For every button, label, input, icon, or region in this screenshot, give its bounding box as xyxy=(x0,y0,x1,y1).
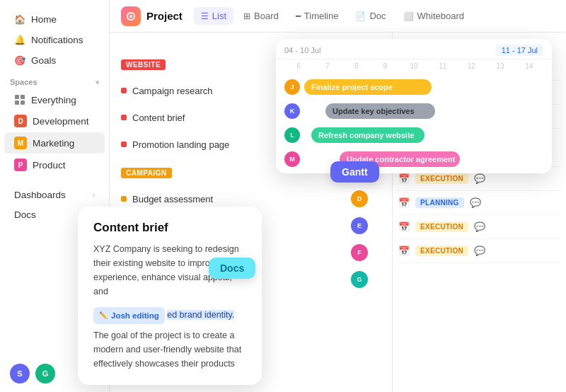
list-icon: ☰ xyxy=(201,11,209,21)
gantt-bar-row-3: L Refresh company website xyxy=(284,125,543,145)
sidebar-label-home: Home xyxy=(31,14,57,25)
svg-rect-3 xyxy=(21,100,25,105)
docs-card: Content brief XYZ Company is seeking to … xyxy=(78,207,262,385)
sidebar-label-product: Product xyxy=(33,160,66,171)
gantt-bar-row-4: M Update contractor agreement xyxy=(284,149,543,169)
gantt-avatar-2: K xyxy=(284,103,300,119)
sidebar-label-development: Development xyxy=(33,116,89,127)
home-icon: 🏠 xyxy=(14,13,25,25)
gantt-avatar-4: M xyxy=(284,151,300,167)
svg-rect-2 xyxy=(15,100,19,105)
row-comment-icon-3: 💬 xyxy=(474,221,485,232)
gantt-right-row-exec-3: 📅 EXECUTION 💬 xyxy=(398,239,560,263)
gantt-bar-row-2: K Update key objectives xyxy=(284,101,543,121)
row-calendar-icon-4: 📅 xyxy=(398,246,410,256)
row-calendar-icon-3: 📅 xyxy=(398,221,410,232)
sidebar-item-everything[interactable]: Everything xyxy=(4,90,105,110)
website-badge: WEBSITE xyxy=(121,59,166,70)
sidebar-item-notifications[interactable]: 🔔 Notifications xyxy=(4,30,105,50)
tab-label-whiteboard: Whiteboard xyxy=(417,11,464,21)
user-avatar-g[interactable]: G xyxy=(35,364,55,384)
svg-rect-1 xyxy=(21,95,25,99)
user-avatar-s[interactable]: S xyxy=(10,364,30,384)
sidebar-label-notifications: Notifications xyxy=(31,35,83,45)
project-title: Project xyxy=(146,10,183,22)
gantt-bar-label-3: Refresh company website xyxy=(311,127,424,143)
top-navigation: Project ☰ List ⊞ Board ━ Timeline 📄 Doc … xyxy=(110,0,566,33)
dashboards-chevron: › xyxy=(93,191,95,199)
campaign-badge: CAMPAIGN xyxy=(121,168,172,178)
sidebar-item-marketing[interactable]: M Marketing xyxy=(4,132,105,154)
gantt-label-text: Gantt xyxy=(342,166,368,178)
timeline-icon: ━ xyxy=(296,11,301,21)
task-dot-red-2 xyxy=(121,115,127,120)
gantt-card: 04 - 10 Jul 11 - 17 Jul 6 7 8 9 10 11 12… xyxy=(276,39,552,173)
docs-floating-label: Docs xyxy=(209,258,255,279)
gantt-avatar-3: L xyxy=(284,127,300,143)
avatar-e: E xyxy=(351,217,368,234)
docs-body-text-2: ed brand identity. xyxy=(167,310,234,320)
sidebar-label-docs: Docs xyxy=(14,209,36,220)
tab-whiteboard[interactable]: ⬜ Whiteboard xyxy=(396,7,471,25)
row-comment-icon-2: 💬 xyxy=(470,197,481,208)
editing-badge: ✏️ Josh editing xyxy=(93,307,165,324)
sidebar-label-everything: Everything xyxy=(31,95,76,105)
gantt-right-row-exec-2: 📅 EXECUTION 💬 xyxy=(398,215,560,239)
assignee-budget: D xyxy=(338,190,381,207)
tab-label-board: Board xyxy=(254,11,279,21)
col-12: 12 xyxy=(457,62,486,70)
sidebar-label-dashboards: Dashboards xyxy=(14,190,66,200)
task-dot-red-3 xyxy=(121,142,127,147)
status-execution-2: EXECUTION xyxy=(415,221,468,232)
tab-timeline[interactable]: ━ Timeline xyxy=(289,7,346,25)
sidebar-item-goals[interactable]: 🎯 Goals xyxy=(4,50,105,70)
sidebar-label-goals: Goals xyxy=(31,55,56,66)
docs-label-text: Docs xyxy=(220,263,244,274)
editing-label: Josh editing xyxy=(111,309,159,322)
sidebar-item-product[interactable]: P Product xyxy=(4,154,105,175)
gantt-bars-container: J Finalize project scope K Update key ob… xyxy=(276,73,552,173)
whiteboard-icon: ⬜ xyxy=(403,11,414,21)
sidebar-item-dashboards[interactable]: Dashboards › xyxy=(4,185,105,204)
row-comment-icon-4: 💬 xyxy=(474,246,485,256)
gantt-bar-label-2: Update key objectives xyxy=(325,103,435,119)
gantt-avatar-1: J xyxy=(284,79,300,95)
gantt-bar-label-1: Finalize project scope xyxy=(304,79,432,95)
goals-icon: 🎯 xyxy=(14,54,25,66)
sidebar-label-marketing: Marketing xyxy=(33,138,74,149)
doc-icon: 📄 xyxy=(355,11,366,21)
task-dot-yellow-1 xyxy=(121,196,127,202)
spaces-title: Spaces xyxy=(10,78,37,86)
avatar-f: F xyxy=(351,244,368,261)
product-dot: P xyxy=(14,158,27,171)
sidebar-item-development[interactable]: D Development xyxy=(4,110,105,132)
task-dot-red xyxy=(121,88,127,93)
tab-board[interactable]: ⊞ Board xyxy=(236,7,286,25)
status-planning-1: PLANNING xyxy=(415,197,464,208)
col-8: 8 xyxy=(342,62,371,70)
tab-label-timeline: Timeline xyxy=(304,11,339,21)
svg-rect-0 xyxy=(15,95,19,99)
col-11: 11 xyxy=(428,62,457,70)
tab-list[interactable]: ☰ List xyxy=(194,7,233,25)
docs-editing-row: ✏️ Josh editing ed brand identity. xyxy=(93,303,246,325)
docs-body-text-3: The goal of the project is to create a m… xyxy=(93,330,241,369)
status-execution-1: EXECUTION xyxy=(415,173,468,184)
marketing-dot: M xyxy=(14,137,27,149)
tab-doc[interactable]: 📄 Doc xyxy=(348,7,393,25)
row-calendar-icon-1: 📅 xyxy=(398,173,410,184)
svg-point-5 xyxy=(129,15,132,18)
row-comment-icon-1: 💬 xyxy=(474,173,485,184)
col-9: 9 xyxy=(371,62,400,70)
docs-body-block-3: The goal of the project is to create a m… xyxy=(93,328,246,371)
docs-card-title: Content brief xyxy=(93,221,246,235)
row-calendar-icon-2: 📅 xyxy=(398,197,410,208)
pencil-icon: ✏️ xyxy=(99,310,108,321)
project-icon xyxy=(121,6,141,26)
board-icon: ⊞ xyxy=(243,11,250,21)
gantt-date-range-1: 04 - 10 Jul xyxy=(284,46,496,54)
sidebar-item-home[interactable]: 🏠 Home xyxy=(4,9,105,29)
spaces-section: Spaces ▾ xyxy=(0,71,109,89)
gantt-bar-row-1: J Finalize project scope xyxy=(284,77,543,97)
assignee-designs: G xyxy=(338,271,381,288)
